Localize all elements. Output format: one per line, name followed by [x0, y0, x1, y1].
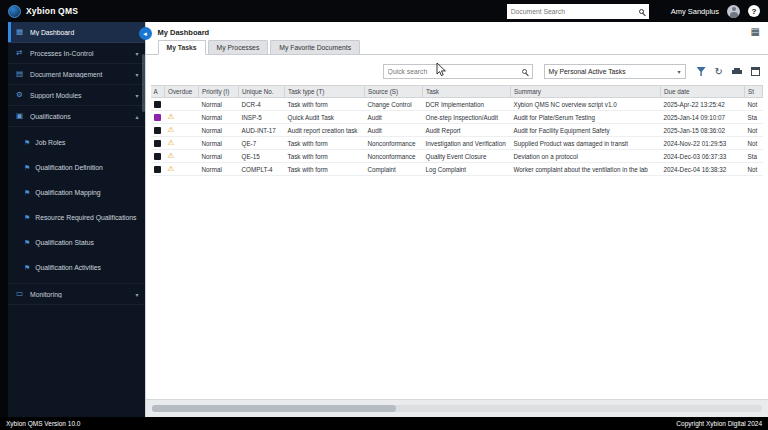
- cell-task: Audit Report: [423, 124, 511, 137]
- view-dropdown[interactable]: My Personal Active Tasks ▾: [544, 64, 686, 79]
- table-row[interactable]: ⚠NormalCOMPLT-4Task with formComplaintLo…: [151, 163, 763, 176]
- sidebar-subitem-qualification-definition[interactable]: ⚑Qualification Definition: [8, 155, 145, 180]
- support-icon: ⚙: [16, 91, 25, 99]
- user-name[interactable]: Amy Sandplus: [671, 7, 719, 16]
- sidebar-subitem-label: Resource Required Qualifications: [35, 214, 136, 221]
- quick-search[interactable]: [383, 64, 533, 79]
- sidebar-item-my-dashboard[interactable]: ▦My Dashboard: [8, 22, 145, 43]
- column-header-due-date[interactable]: Due date: [661, 86, 745, 98]
- cell-unique-no: DCR-4: [239, 98, 285, 111]
- scrollbar-thumb[interactable]: [152, 405, 396, 412]
- sidebar-collapse-button[interactable]: ◄: [139, 27, 152, 40]
- table-header-row: AOverduePriority (I)Unique No.Task type …: [151, 86, 763, 98]
- overdue-warning-icon: ⚠: [168, 138, 175, 147]
- column-header-source-s[interactable]: Source (S): [365, 86, 423, 98]
- cell-summary: Deviation on a protocol: [511, 150, 661, 163]
- column-header-priority-i[interactable]: Priority (I): [199, 86, 239, 98]
- overdue-warning-icon: ⚠: [168, 112, 175, 121]
- cell-priority: Normal: [199, 124, 239, 137]
- filter-icon[interactable]: [697, 67, 706, 76]
- topbar: Xybion QMS Amy Sandplus ?: [0, 0, 768, 22]
- table-row[interactable]: ⚠NormalINSP-5Quick Audit TaskAuditOne-st…: [151, 111, 763, 124]
- cell-priority: Normal: [199, 98, 239, 111]
- document-search[interactable]: [507, 4, 649, 19]
- refresh-icon[interactable]: ↻: [715, 67, 723, 77]
- sidebar-item-label: Monitoring: [30, 291, 132, 298]
- sidebar-item-qualifications[interactable]: ▣Qualifications▴: [8, 106, 145, 127]
- tab-my-tasks[interactable]: My Tasks: [158, 40, 206, 55]
- cell-overdue: [165, 98, 199, 111]
- sidebar-item-document-management[interactable]: ▤Document Management▾: [8, 64, 145, 85]
- chevron-down-icon: ▾: [135, 71, 138, 78]
- print-icon[interactable]: [732, 68, 742, 76]
- cell-summary: Audit for Plate/Serum Testing: [511, 111, 661, 124]
- overdue-warning-icon: ⚠: [168, 151, 175, 160]
- mouse-cursor: [436, 62, 447, 77]
- column-header-task[interactable]: Task: [423, 86, 511, 98]
- table-row[interactable]: NormalDCR-4Task with formChange ControlD…: [151, 98, 763, 111]
- sidebar-subitem-label: Job Roles: [35, 139, 65, 146]
- table-toolbar: My Personal Active Tasks ▾ ↻: [146, 55, 768, 85]
- cell-unique-no: INSP-5: [239, 111, 285, 124]
- user-avatar[interactable]: [727, 5, 740, 18]
- priority-flag: [154, 101, 161, 108]
- tab-my-processes[interactable]: My Processes: [208, 40, 269, 55]
- sidebar-subitem-qualification-activities[interactable]: ⚑Qualification Activities: [8, 255, 145, 280]
- sidebar-item-support-modules[interactable]: ⚙Support Modules▾: [8, 85, 145, 106]
- column-header-overdue[interactable]: Overdue: [165, 86, 199, 98]
- chevron-up-icon: ▴: [135, 113, 138, 120]
- cell-overdue: ⚠: [165, 124, 199, 137]
- sidebar-item-processes-in-control[interactable]: ⇄Processes In-Control▾: [8, 43, 145, 64]
- sidebar-item-label: Support Modules: [30, 92, 132, 99]
- footer-version: Xybion QMS Version 10.0: [6, 420, 80, 427]
- column-header-summary[interactable]: Summary: [511, 86, 661, 98]
- table-row[interactable]: ⚠NormalQE-7Task with formNonconformanceI…: [151, 137, 763, 150]
- calendar-icon[interactable]: [751, 67, 760, 76]
- cell-task: One-step Inspection/Audit: [423, 111, 511, 124]
- quick-search-icon[interactable]: [522, 69, 527, 74]
- cell-source: Nonconformance: [365, 137, 423, 150]
- sidebar-item-monitoring[interactable]: ▭Monitoring▾: [8, 284, 145, 305]
- cell-unique-no: QE-15: [239, 150, 285, 163]
- cell-task-type: Task with form: [285, 163, 365, 176]
- processes-icon: ⇄: [16, 49, 25, 57]
- documents-icon: ▤: [16, 70, 25, 78]
- flag-icon: ⚑: [24, 139, 30, 147]
- cell-task: Log Complaint: [423, 163, 511, 176]
- cell-summary: Audit for Facility Equipment Safety: [511, 124, 661, 137]
- overdue-warning-icon: ⚠: [168, 125, 175, 134]
- column-header-task-type-t[interactable]: Task type (T): [285, 86, 365, 98]
- table-row[interactable]: ⚠NormalQE-15Task with formNonconformance…: [151, 150, 763, 163]
- cell-status: Not: [745, 98, 763, 111]
- flag-icon: ⚑: [24, 239, 30, 247]
- column-header-unique-no[interactable]: Unique No.: [239, 86, 285, 98]
- cell-status: Not: [745, 137, 763, 150]
- search-icon[interactable]: [639, 9, 644, 14]
- left-edge-strip: [0, 22, 8, 417]
- cell-task: Investigation and Verification: [423, 137, 511, 150]
- column-header-a[interactable]: A: [151, 86, 165, 98]
- help-icon[interactable]: ?: [748, 5, 760, 17]
- document-search-input[interactable]: [507, 8, 639, 15]
- sidebar-subitem-job-roles[interactable]: ⚑Job Roles: [8, 130, 145, 155]
- scrollbar-track[interactable]: [152, 405, 763, 412]
- sidebar-item-label: Document Management: [30, 71, 132, 78]
- column-header-st[interactable]: St: [745, 86, 763, 98]
- tab-my-favorite-documents[interactable]: My Favorite Documents: [270, 40, 360, 55]
- cell-due-date: 2025-Jan-14 09:10:07: [661, 111, 745, 124]
- sidebar-subitem-label: Qualification Mapping: [35, 189, 100, 196]
- cell-priority: Normal: [199, 111, 239, 124]
- cell-overdue: ⚠: [165, 137, 199, 150]
- cell-task: Quality Event Closure: [423, 150, 511, 163]
- cell-source: Change Control: [365, 98, 423, 111]
- sidebar-subitem-qualification-status[interactable]: ⚑Qualification Status: [8, 230, 145, 255]
- quick-search-input[interactable]: [384, 68, 522, 75]
- sidebar-item-label: Processes In-Control: [30, 50, 132, 57]
- sidebar-subitem-qualification-mapping[interactable]: ⚑Qualification Mapping: [8, 180, 145, 205]
- main-header: My Dashboard ▦: [146, 22, 768, 40]
- cell-flag: [151, 137, 165, 150]
- dashboard-grid-icon[interactable]: ▦: [751, 27, 760, 37]
- sidebar-subitem-resource-required-qualifications[interactable]: ⚑Resource Required Qualifications: [8, 205, 145, 230]
- page-title: My Dashboard: [158, 28, 210, 37]
- table-row[interactable]: ⚠NormalAUD-INT-17Audit report creation t…: [151, 124, 763, 137]
